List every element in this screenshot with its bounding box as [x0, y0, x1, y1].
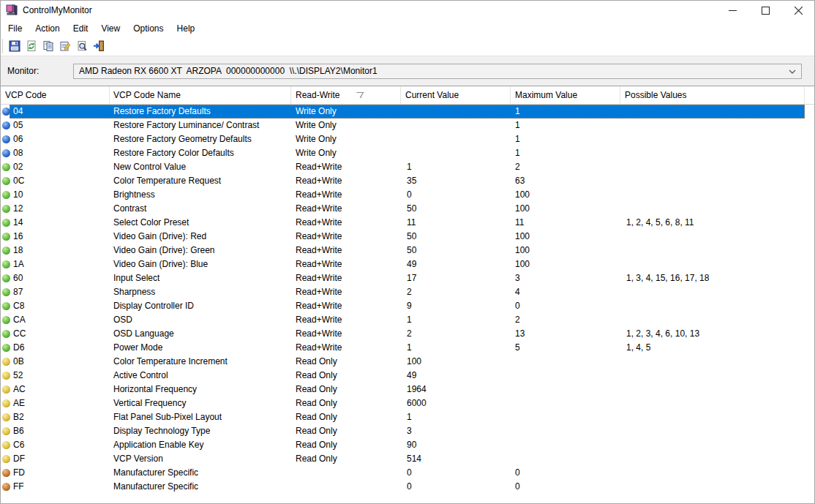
cell-maximum-value: 0 — [511, 466, 620, 480]
table-row[interactable]: FD Manufacturer Specific 0 0 — [0, 466, 805, 480]
maximize-icon — [762, 7, 770, 15]
table-row[interactable]: DF VCP Version Read Only 514 — [0, 452, 805, 466]
find-icon — [76, 40, 88, 52]
vcp-table: VCP Code VCP Code Name Read-Write Curren… — [0, 86, 815, 494]
table-row[interactable]: D6 Power Mode Read+Write 1 5 1, 4, 5 — [0, 341, 805, 355]
col-header-possible-values[interactable]: Possible Values — [620, 86, 805, 104]
minimize-button[interactable] — [716, 0, 749, 20]
col-header-vcp-code[interactable]: VCP Code — [0, 86, 110, 104]
vcp-status-orb-icon — [2, 469, 10, 477]
cell-maximum-value: 1 — [511, 105, 620, 119]
cell-vcp-code: 05 — [0, 119, 110, 132]
table-row[interactable]: 0C Color Temperature Request Read+Write … — [0, 174, 805, 188]
table-row[interactable]: 06 Restore Factory Geometry Defaults Wri… — [0, 132, 805, 146]
table-row[interactable]: 18 Video Gain (Drive): Green Read+Write … — [0, 244, 805, 257]
cell-vcp-code-name: VCP Version — [110, 452, 291, 466]
cell-vcp-code: CA — [0, 313, 110, 327]
vcp-code-text: 10 — [13, 188, 23, 202]
table-row[interactable]: 60 Input Select Read+Write 17 3 1, 3, 4,… — [0, 271, 805, 285]
table-row[interactable]: 02 New Control Value Read+Write 1 2 — [0, 160, 805, 174]
table-row[interactable]: 0B Color Temperature Increment Read Only… — [0, 355, 805, 369]
table-row[interactable]: 10 Brightness Read+Write 0 100 — [0, 188, 805, 202]
table-header: VCP Code VCP Code Name Read-Write Curren… — [0, 86, 815, 105]
table-row[interactable]: 1A Video Gain (Drive): Blue Read+Write 4… — [0, 257, 805, 271]
exit-button[interactable] — [90, 38, 107, 55]
find-button[interactable] — [73, 38, 90, 55]
table-row[interactable]: 08 Restore Factory Color Defaults Write … — [0, 146, 805, 160]
menu-help[interactable]: Help — [170, 22, 202, 35]
save-button[interactable] — [6, 38, 23, 55]
close-button[interactable] — [782, 0, 815, 20]
cell-vcp-code-name: New Control Value — [110, 160, 291, 174]
vcp-code-text: AE — [13, 396, 25, 410]
table-row[interactable]: CC OSD Language Read+Write 2 13 1, 2, 3,… — [0, 327, 805, 341]
cell-vcp-code: FD — [0, 466, 110, 480]
table-row[interactable]: 52 Active Control Read Only 49 — [0, 369, 805, 383]
cell-current-value: 100 — [401, 355, 511, 369]
vcp-code-text: 12 — [13, 202, 23, 216]
cell-current-value — [401, 105, 511, 119]
col-header-maximum-value[interactable]: Maximum Value — [511, 86, 620, 104]
maximize-button[interactable] — [749, 0, 782, 20]
table-row[interactable]: 12 Contrast Read+Write 50 100 — [0, 202, 805, 216]
vcp-code-text: 18 — [13, 244, 23, 257]
table-row[interactable]: C6 Application Enable Key Read Only 90 — [0, 438, 805, 452]
toolbar-gripper — [2, 39, 3, 53]
menu-action[interactable]: Action — [29, 22, 66, 35]
table-row[interactable]: AE Vertical Frequency Read Only 6000 — [0, 396, 805, 410]
cell-current-value — [401, 146, 511, 160]
cell-maximum-value: 0 — [511, 480, 620, 494]
cell-vcp-code-name: Sharpness — [110, 285, 291, 299]
cell-vcp-code: 87 — [0, 285, 110, 299]
table-row[interactable]: FF Manufacturer Specific 0 0 — [0, 480, 805, 494]
vcp-status-orb-icon — [2, 205, 10, 213]
refresh-button[interactable] — [23, 38, 40, 55]
cell-vcp-code: 14 — [0, 216, 110, 230]
cell-read-write: Read+Write — [291, 202, 401, 216]
cell-possible-values — [620, 119, 805, 132]
vcp-code-text: 05 — [13, 119, 23, 132]
properties-button[interactable] — [56, 38, 73, 55]
table-row[interactable]: 14 Select Color Preset Read+Write 11 11 … — [0, 216, 805, 230]
menu-view[interactable]: View — [94, 22, 127, 35]
table-row[interactable]: B6 Display Technology Type Read Only 3 — [0, 424, 805, 438]
col-header-label: Maximum Value — [515, 90, 577, 100]
window-title: ControlMyMonitor — [23, 5, 92, 15]
vcp-status-orb-icon — [2, 441, 10, 449]
table-row[interactable]: 87 Sharpness Read+Write 2 4 — [0, 285, 805, 299]
table-row[interactable]: 05 Restore Factory Luminance/ Contrast W… — [0, 119, 805, 132]
cell-vcp-code: D6 — [0, 341, 110, 355]
menu-options[interactable]: Options — [127, 22, 170, 35]
chevron-down-icon — [789, 69, 796, 75]
cell-possible-values — [620, 480, 805, 494]
cell-possible-values: 1, 2, 4, 5, 6, 8, 11 — [620, 216, 805, 230]
copy-button[interactable] — [40, 38, 56, 55]
cell-possible-values — [620, 438, 805, 452]
title-bar: ControlMyMonitor — [0, 0, 815, 20]
monitor-select[interactable]: AMD Radeon RX 6600 XT ARZOPA 00000000000… — [73, 64, 802, 79]
table-row[interactable]: AC Horizontal Frequency Read Only 1964 — [0, 383, 805, 396]
col-header-read-write[interactable]: Read-Write — [291, 86, 401, 104]
table-row[interactable]: B2 Flat Panel Sub-Pixel Layout Read Only… — [0, 410, 805, 424]
cell-maximum-value: 100 — [511, 188, 620, 202]
col-header-label: Read-Write — [296, 90, 339, 100]
cell-read-write: Read+Write — [291, 230, 401, 244]
vcp-code-text: AC — [13, 383, 26, 396]
table-row[interactable]: 16 Video Gain (Drive): Red Read+Write 50… — [0, 230, 805, 244]
col-header-vcp-code-name[interactable]: VCP Code Name — [110, 86, 291, 104]
menu-file[interactable]: File — [1, 22, 29, 35]
app-window: ControlMyMonitor File Action Edit View O… — [0, 0, 815, 504]
cell-vcp-code-name: Application Enable Key — [110, 438, 291, 452]
vcp-status-orb-icon — [2, 247, 10, 255]
cell-read-write: Read Only — [291, 383, 401, 396]
col-header-current-value[interactable]: Current Value — [401, 86, 511, 104]
table-row[interactable]: CA OSD Read+Write 1 2 — [0, 313, 805, 327]
menu-edit[interactable]: Edit — [67, 22, 95, 35]
cell-vcp-code-name: Restore Factory Geometry Defaults — [110, 132, 291, 146]
cell-current-value: 1 — [401, 313, 511, 327]
cell-vcp-code-name: Restore Factory Defaults — [110, 105, 291, 119]
table-row[interactable]: 04 Restore Factory Defaults Write Only 1 — [0, 105, 805, 119]
table-row[interactable]: C8 Display Controller ID Read+Write 9 0 — [0, 299, 805, 313]
cell-vcp-code: 0C — [0, 174, 110, 188]
cell-possible-values — [620, 188, 805, 202]
